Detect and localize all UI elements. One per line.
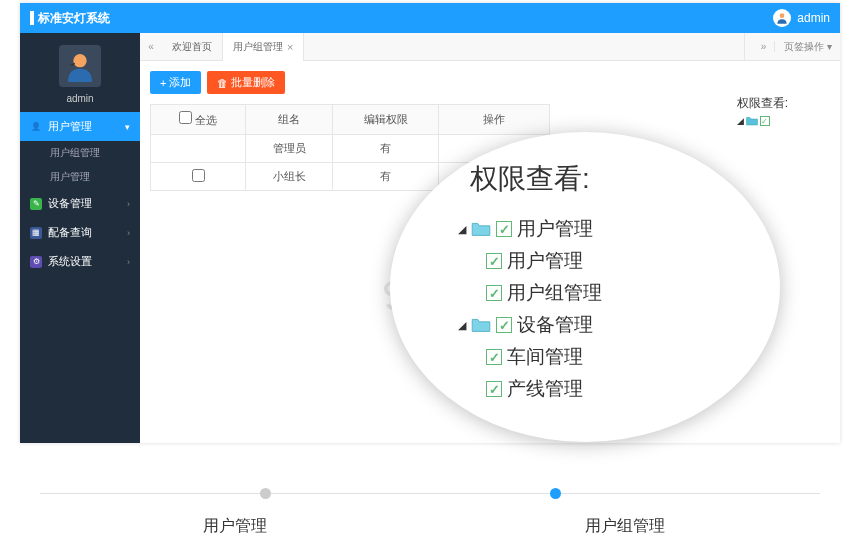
tree-node-devicemgmt[interactable]: ◢ ✓ 设备管理	[458, 312, 740, 338]
magnifier-overlay: 权限查看: ◢ ✓ 用户管理 ✓ 用户管理 ✓ 用户组管理 ◢ ✓ 设备管理 ✓…	[390, 132, 780, 442]
profile-name: admin	[20, 93, 140, 104]
triangle-icon: ◢	[737, 116, 744, 126]
timeline-dot-active[interactable]	[550, 488, 561, 499]
timeline-line	[40, 493, 820, 494]
tab-ops-label: 页签操作	[784, 40, 824, 54]
tree-node-workshop[interactable]: ✓ 车间管理	[486, 344, 740, 370]
tab-label: 欢迎首页	[172, 40, 212, 54]
profile-avatar-icon	[59, 45, 101, 87]
close-icon[interactable]: ×	[287, 41, 293, 53]
chevron-right-icon: ›	[127, 199, 130, 209]
th-select: 全选	[151, 105, 246, 135]
sidebar-item-users[interactable]: 👤 用户管理 ▾	[20, 112, 140, 141]
sidebar-label: 配备查询	[48, 225, 92, 240]
perm-title: 权限查看:	[737, 95, 788, 112]
batch-delete-button[interactable]: 🗑 批量删除	[207, 71, 285, 94]
chevron-right-icon: ›	[127, 257, 130, 267]
cell-perm: 有	[333, 135, 439, 163]
users-icon: 👤	[30, 121, 42, 133]
folder-icon	[471, 317, 491, 333]
tab-label: 用户组管理	[233, 40, 283, 54]
tree-label: 用户管理	[517, 216, 593, 242]
sidebar-sub-usergroup[interactable]: 用户组管理	[20, 141, 140, 165]
sidebar-sub-user[interactable]: 用户管理	[20, 165, 140, 189]
magnifier-content: 权限查看: ◢ ✓ 用户管理 ✓ 用户管理 ✓ 用户组管理 ◢ ✓ 设备管理 ✓…	[390, 132, 780, 436]
gear-icon: ⚙	[30, 256, 42, 268]
tabbar: « 欢迎首页 用户组管理 × » 页签操作 ▾	[140, 33, 840, 61]
sidebar-item-settings[interactable]: ⚙ 系统设置 ›	[20, 247, 140, 276]
query-icon: ▦	[30, 227, 42, 239]
sidebar-label: 用户管理	[48, 119, 92, 134]
svg-point-0	[780, 13, 785, 18]
cell-name: 管理员	[246, 135, 333, 163]
profile-block: admin	[20, 33, 140, 112]
add-label: 添加	[169, 75, 191, 90]
checkbox-checked-icon[interactable]: ✓	[486, 253, 502, 269]
tree-node-usermgmt[interactable]: ◢ ✓ 用户管理	[458, 216, 740, 242]
tab-home[interactable]: 欢迎首页	[162, 33, 223, 61]
checkbox-checked-icon[interactable]: ✓	[486, 349, 502, 365]
tree-label: 产线管理	[507, 376, 583, 402]
add-button[interactable]: + 添加	[150, 71, 201, 94]
timeline-label-right: 用户组管理	[430, 516, 820, 537]
tab-usergroup[interactable]: 用户组管理 ×	[223, 33, 304, 61]
folder-icon	[746, 116, 758, 126]
sidebar-item-query[interactable]: ▦ 配备查询 ›	[20, 218, 140, 247]
user-avatar-icon	[773, 9, 791, 27]
sidebar-item-device[interactable]: ✎ 设备管理 ›	[20, 189, 140, 218]
tree-label: 用户组管理	[507, 280, 602, 306]
checkbox-checked-icon[interactable]: ✓	[496, 221, 512, 237]
select-all-checkbox[interactable]	[179, 111, 192, 124]
table-header-row: 全选 组名 编辑权限 操作	[151, 105, 550, 135]
checkbox-icon: ✓	[760, 116, 770, 126]
tree-label: 设备管理	[517, 312, 593, 338]
folder-icon	[471, 221, 491, 237]
timeline-dot-inactive[interactable]	[260, 488, 271, 499]
tab-prev-button[interactable]: «	[140, 41, 162, 52]
trash-icon: 🗑	[217, 77, 228, 89]
th-perm: 编辑权限	[333, 105, 439, 135]
cell-name: 小组长	[246, 163, 333, 191]
bottom-nav: 用户管理 用户组管理	[40, 493, 820, 537]
topbar: 标准安灯系统 admin	[20, 3, 840, 33]
sidebar-label: 系统设置	[48, 254, 92, 269]
cell-perm: 有	[333, 163, 439, 191]
chevron-down-icon: ▾	[827, 41, 832, 52]
th-name: 组名	[246, 105, 333, 135]
timeline-labels: 用户管理 用户组管理	[40, 516, 820, 537]
row-checkbox[interactable]	[192, 169, 205, 182]
triangle-icon: ◢	[458, 319, 466, 332]
tree-node-usergroup[interactable]: ✓ 用户组管理	[486, 280, 740, 306]
plus-icon: +	[160, 77, 166, 89]
toolbar: + 添加 🗑 批量删除	[140, 61, 840, 104]
tab-next-button[interactable]: »	[753, 41, 775, 52]
device-icon: ✎	[30, 198, 42, 210]
sidebar: admin 👤 用户管理 ▾ 用户组管理 用户管理 ✎ 设备管理 › ▦ 配备查…	[20, 33, 140, 443]
username: admin	[797, 11, 830, 25]
chevron-right-icon: ›	[127, 228, 130, 238]
del-label: 批量删除	[231, 75, 275, 90]
permission-panel: 权限查看: ◢ ✓	[737, 95, 788, 126]
checkbox-checked-icon[interactable]: ✓	[486, 285, 502, 301]
topbar-user[interactable]: admin	[773, 9, 830, 27]
title-badge-icon	[30, 11, 34, 25]
tree-node-line[interactable]: ✓ 产线管理	[486, 376, 740, 402]
checkbox-checked-icon[interactable]: ✓	[486, 381, 502, 397]
tree-node-user[interactable]: ✓ 用户管理	[486, 248, 740, 274]
svg-point-1	[73, 54, 86, 67]
perm-tree-row: ◢ ✓	[737, 116, 788, 126]
tree-label: 车间管理	[507, 344, 583, 370]
tree-label: 用户管理	[507, 248, 583, 274]
sidebar-label: 设备管理	[48, 196, 92, 211]
app-title: 标准安灯系统	[38, 10, 110, 27]
th-ops: 操作	[438, 105, 549, 135]
tab-ops-menu[interactable]: » 页签操作 ▾	[744, 33, 840, 60]
triangle-icon: ◢	[458, 223, 466, 236]
chevron-down-icon: ▾	[125, 122, 130, 132]
checkbox-checked-icon[interactable]: ✓	[496, 317, 512, 333]
timeline-label-left: 用户管理	[40, 516, 430, 537]
mag-title: 权限查看:	[470, 160, 740, 198]
app-title-wrap: 标准安灯系统	[30, 10, 110, 27]
